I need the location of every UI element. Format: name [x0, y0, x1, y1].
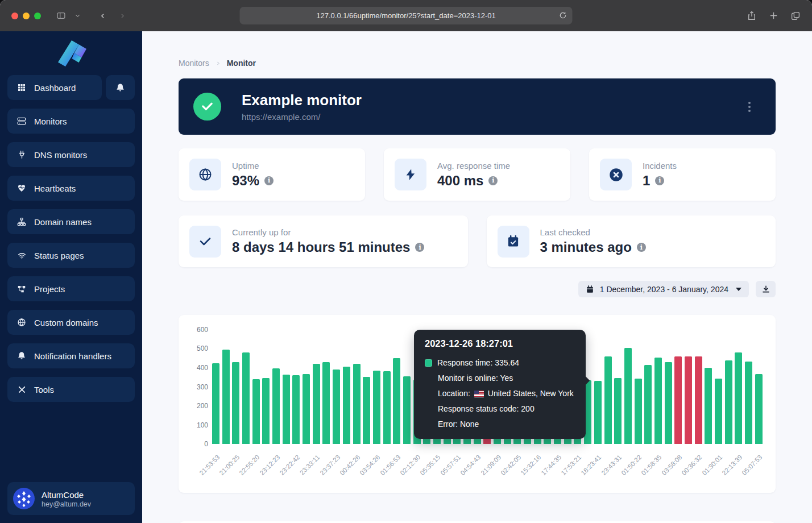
sidebar-item-dns-monitors[interactable]: DNS monitors [7, 142, 135, 167]
chart-bar[interactable] [333, 370, 340, 444]
chevron-down-icon[interactable] [74, 13, 81, 19]
chart-bar[interactable] [695, 356, 702, 444]
sidebar-item-projects[interactable]: Projects [7, 276, 135, 301]
info-icon[interactable]: i [655, 176, 664, 185]
sidebar-item-tools[interactable]: Tools [7, 377, 135, 402]
chart-bar[interactable] [644, 365, 652, 444]
chart-bar[interactable] [725, 360, 732, 444]
close-window-button[interactable] [11, 13, 18, 19]
info-icon[interactable]: i [415, 243, 424, 252]
chart-bar[interactable] [373, 371, 380, 444]
date-range-picker[interactable]: 1 December, 2023 - 6 January, 2024 [578, 281, 749, 297]
sidebar-item-dashboard[interactable]: Dashboard [7, 75, 102, 100]
chart-bar[interactable] [292, 375, 300, 444]
info-icon[interactable]: i [264, 176, 274, 185]
sidebar-item-label: Status pages [34, 251, 84, 260]
chart-bar[interactable] [614, 378, 622, 444]
sidebar-item-status-pages[interactable]: Status pages [7, 243, 135, 268]
chart-bar[interactable] [363, 377, 370, 444]
heart-pulse-icon [16, 184, 27, 193]
sidebar-item-notification-handlers[interactable]: Notification handlers [7, 343, 135, 368]
chart-bar[interactable] [403, 376, 411, 444]
back-button[interactable] [99, 10, 106, 22]
chart-bar[interactable] [353, 364, 361, 444]
chart-bar[interactable] [222, 350, 230, 444]
chart-bar[interactable] [745, 362, 752, 444]
sidebar-item-custom-domains[interactable]: Custom domains [7, 310, 135, 335]
breadcrumb-monitors-link[interactable]: Monitors [179, 59, 209, 68]
minimize-window-button[interactable] [23, 13, 30, 19]
new-tab-icon[interactable] [769, 11, 778, 20]
download-icon [761, 285, 770, 294]
user-account-card[interactable]: AltumCode hey@altum.dev [7, 482, 135, 515]
chart-bar[interactable] [232, 362, 239, 444]
sidebar-item-label: DNS monitors [34, 150, 87, 160]
monitor-up-status-icon [193, 93, 221, 121]
sidebar-item-label: Monitors [34, 117, 67, 126]
status-row: Currently up for 8 days 14 hours 51 minu… [179, 215, 776, 267]
tab-overview-icon[interactable] [790, 11, 801, 21]
url-text: 127.0.0.1/66uptime/monitor/25?start_date… [316, 11, 495, 20]
chart-bar[interactable] [594, 381, 602, 444]
chart-y-axis: 0100200300400500600 [179, 330, 208, 444]
sidebar-item-label: Dashboard [34, 83, 76, 93]
tooltip-error: Error: None [425, 417, 575, 432]
chart-bar[interactable] [654, 358, 662, 444]
sidebar-item-label: Domain names [34, 217, 92, 227]
forward-button[interactable] [119, 10, 126, 22]
chart-bar[interactable] [735, 352, 742, 444]
download-button[interactable] [756, 281, 776, 297]
server-icon [16, 117, 27, 126]
bell-icon [16, 351, 27, 360]
chart-bar[interactable] [313, 364, 320, 444]
info-icon[interactable]: i [488, 176, 498, 185]
chart-bar[interactable] [283, 375, 290, 444]
address-bar[interactable]: 127.0.0.1/66uptime/monitor/25?start_date… [240, 7, 573, 24]
chart-tooltip: 2023-12-26 18:27:01 Response time: 335.6… [414, 330, 586, 439]
sidebar-item-heartbeats[interactable]: Heartbeats [7, 176, 135, 201]
app-logo[interactable] [0, 31, 142, 75]
chart-x-axis: 21:53:5321:00:2522:55:2023:12:2323:22:42… [212, 447, 767, 491]
chart-bar[interactable] [303, 374, 310, 444]
chart-bar[interactable] [705, 368, 712, 444]
series-marker-icon [425, 359, 432, 367]
chart-bar[interactable] [393, 358, 400, 444]
sidebar-toggle-icon[interactable] [56, 11, 67, 20]
reload-icon[interactable] [559, 10, 567, 21]
chart-bar[interactable] [262, 378, 270, 444]
sidebar-item-domain-names[interactable]: Domain names [7, 209, 135, 234]
chart-bar[interactable] [322, 362, 330, 444]
chart-bar[interactable] [674, 356, 682, 444]
y-tick-label: 500 [179, 344, 208, 352]
bolt-icon [395, 159, 426, 190]
monitor-menu-button[interactable] [745, 98, 754, 115]
chart-bar[interactable] [212, 363, 219, 444]
chart-bar[interactable] [624, 348, 632, 444]
stat-value: 1 [643, 173, 650, 189]
caret-down-icon [736, 288, 741, 291]
chart-bar[interactable] [343, 367, 350, 444]
uptime-card: Uptime 93% i [179, 148, 365, 201]
globe-icon [16, 318, 27, 327]
share-icon[interactable] [747, 10, 757, 22]
chart-bar[interactable] [665, 362, 672, 444]
chart-bar[interactable] [272, 368, 280, 444]
notifications-button[interactable] [106, 75, 135, 100]
info-icon[interactable]: i [637, 243, 646, 252]
chart-bar[interactable] [755, 374, 763, 444]
plug-icon [16, 150, 27, 159]
chart-bar[interactable] [252, 379, 260, 444]
chart-bar[interactable] [635, 379, 642, 444]
chart-bar[interactable] [242, 352, 250, 444]
main-content: Monitors Monitor Example monitor https:/… [142, 31, 812, 523]
chart-bar[interactable] [383, 371, 391, 444]
y-tick-label: 400 [179, 364, 208, 372]
tooltip-title: 2023-12-26 18:27:01 [425, 338, 575, 349]
calendar-icon [586, 285, 594, 294]
chart-bar[interactable] [715, 379, 722, 444]
chart-bar[interactable] [685, 356, 692, 444]
chart-bar[interactable] [604, 356, 612, 444]
sidebar-item-monitors[interactable]: Monitors [7, 109, 135, 134]
y-tick-label: 100 [179, 421, 208, 429]
zoom-window-button[interactable] [34, 13, 41, 19]
